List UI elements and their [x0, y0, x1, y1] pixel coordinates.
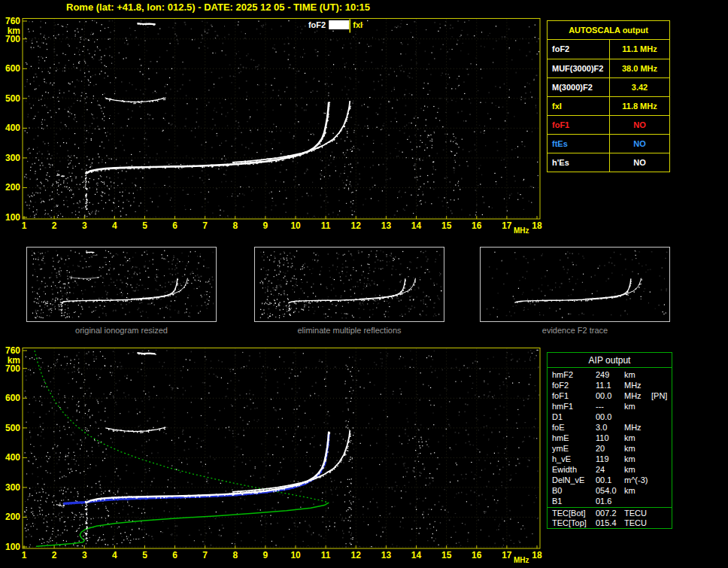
svg-text:8: 8: [232, 550, 238, 560]
autoscala-row-value: NO: [610, 135, 669, 153]
caption-original-ionogram: original ionogram resized: [26, 326, 217, 335]
autoscala-row: MUF(3000)F238.0 MHz: [548, 59, 669, 77]
svg-text:12: 12: [351, 550, 362, 560]
autoscala-row-value: 11.8 MHz: [610, 97, 669, 115]
svg-text:200: 200: [5, 512, 20, 522]
aip-row: foE3.0MHz: [548, 422, 672, 433]
aip-row-label: B1: [552, 496, 596, 506]
ionogram-bottom-plot: 1234567891011121314151617181002003004005…: [0, 343, 557, 568]
svg-text:MHz: MHz: [514, 226, 529, 235]
caption-f2-trace: evidence F2 trace: [480, 326, 670, 335]
svg-text:600: 600: [5, 63, 20, 74]
svg-text:9: 9: [263, 550, 268, 560]
aip-row-value: 01.6: [596, 496, 624, 506]
svg-text:5: 5: [142, 550, 147, 560]
aip-row-value: 00.1: [596, 475, 624, 485]
aip-row-unit: km: [624, 464, 651, 475]
aip-row: foF211.1MHz: [548, 380, 672, 390]
station-title: Rome (lat: +41.8, lon: 012.5) - DATE: 20…: [66, 2, 370, 13]
aip-row-label: ymE: [552, 443, 596, 454]
svg-text:2: 2: [52, 550, 57, 560]
autoscala-row-label: ftEs: [548, 135, 610, 153]
svg-text:11: 11: [321, 550, 331, 560]
aip-row-extra: [651, 433, 672, 443]
svg-text:km: km: [8, 26, 20, 36]
aip-row-extra: [651, 464, 672, 475]
aip-row: D100.0: [548, 412, 672, 422]
aip-row: Ewidth24km: [548, 464, 672, 475]
svg-text:fxI: fxI: [353, 20, 362, 29]
autoscala-row: fxI11.8 MHz: [548, 96, 669, 115]
aip-row-extra: [651, 508, 672, 518]
svg-text:400: 400: [5, 123, 20, 133]
aip-row-value: 20: [596, 443, 624, 454]
autoscala-header: AUTOSCALA output: [548, 21, 669, 40]
aip-row-label: h_vE: [552, 454, 596, 464]
svg-text:4: 4: [112, 550, 117, 560]
aip-row-extra: [651, 485, 672, 496]
aip-row-value: 00.0: [596, 390, 624, 401]
thumbnail-f2-trace: [480, 247, 670, 322]
aip-row: TEC[Top]015.4TECU: [548, 518, 672, 528]
aip-row-value: 00.0: [596, 412, 624, 422]
svg-text:16: 16: [472, 220, 482, 231]
autoscala-rows: foF211.1 MHzMUF(3000)F238.0 MHzM(3000)F2…: [548, 40, 669, 172]
svg-text:760: 760: [5, 345, 20, 356]
autoscala-row-label: M(3000)F2: [548, 78, 610, 96]
svg-text:500: 500: [5, 93, 20, 104]
aip-row-label: hmF1: [552, 401, 596, 412]
svg-text:100: 100: [5, 542, 20, 552]
aip-row-label: DelN_vE: [552, 475, 596, 485]
svg-text:14: 14: [411, 550, 422, 560]
aip-row-unit: m^(-3): [624, 475, 651, 485]
autoscala-row-value: 11.1 MHz: [610, 40, 669, 59]
aip-row-value: 249: [596, 369, 624, 380]
autoscala-row: foF1NO: [548, 115, 669, 134]
aip-row-extra: [651, 369, 672, 380]
thumbnail-no-multiples-plot: [255, 248, 444, 321]
autoscala-table: AUTOSCALA output foF211.1 MHzMUF(3000)F2…: [547, 20, 670, 172]
aip-row: hmE110km: [548, 433, 672, 443]
svg-text:6: 6: [172, 550, 177, 560]
svg-text:17: 17: [502, 550, 512, 560]
thumbnail-original-plot: [27, 248, 216, 321]
svg-text:8: 8: [232, 220, 238, 231]
aip-row-label: TEC[Bot]: [552, 508, 596, 518]
aip-row: foF100.0MHz[PN]: [548, 390, 672, 401]
autoscala-row: h'EsNO: [548, 153, 669, 172]
svg-text:11: 11: [321, 220, 331, 231]
aip-row-extra: [651, 443, 672, 454]
svg-text:15: 15: [441, 550, 452, 560]
aip-row-value: 015.4: [596, 518, 624, 528]
aip-row-value: 110: [596, 433, 624, 443]
aip-row-value: 3.0: [596, 422, 624, 433]
aip-row-value: 11.1: [596, 380, 624, 390]
svg-text:760: 760: [5, 16, 20, 26]
aip-row-extra: [651, 401, 672, 412]
svg-text:3: 3: [82, 550, 87, 560]
aip-row-unit: [624, 412, 651, 422]
aip-row-unit: km: [624, 433, 651, 443]
autoscala-row-value: NO: [610, 153, 669, 172]
svg-text:13: 13: [381, 550, 392, 560]
thumbnail-original-ionogram: [26, 247, 217, 322]
svg-text:7: 7: [202, 220, 208, 231]
svg-text:300: 300: [5, 153, 20, 163]
svg-text:10: 10: [290, 550, 301, 560]
svg-text:500: 500: [5, 423, 20, 433]
aip-row-extra: [651, 496, 672, 506]
aip-row-extra: [651, 518, 672, 528]
aip-row-extra: [PN]: [651, 390, 672, 401]
autoscala-row: ftEsNO: [548, 134, 669, 153]
aip-row-unit: TECU: [624, 508, 651, 518]
aip-row-extra: [651, 380, 672, 390]
autoscala-row-label: MUF(3000)F2: [548, 59, 610, 77]
svg-text:4: 4: [112, 220, 117, 231]
svg-text:MHz: MHz: [514, 556, 529, 564]
autoscala-row-value: 3.42: [610, 78, 669, 96]
aip-row-label: foE: [552, 422, 596, 433]
autoscala-row-value: 38.0 MHz: [610, 59, 669, 77]
autoscala-row-label: h'Es: [548, 153, 610, 172]
aip-row-unit: MHz: [624, 390, 651, 401]
aip-row-label: foF2: [552, 380, 596, 390]
